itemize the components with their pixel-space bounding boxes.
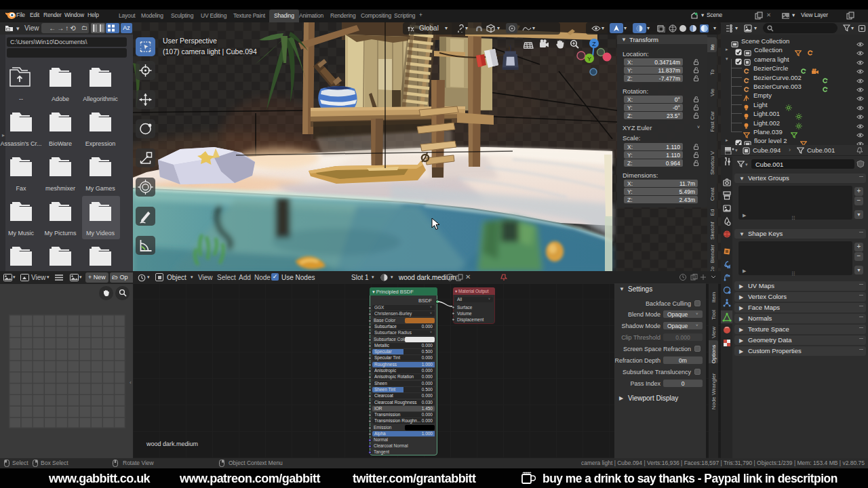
svg-text:Y: Y bbox=[587, 56, 591, 62]
svg-text:Z: Z bbox=[592, 41, 596, 47]
